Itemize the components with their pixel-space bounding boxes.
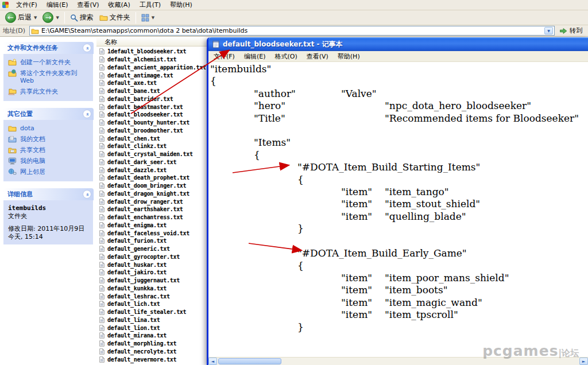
notepad-menu-item[interactable]: 文件(F) [209, 51, 239, 62]
task-new-folder[interactable]: 创建一个新文件夹 [7, 57, 91, 68]
txt-file-icon [99, 246, 105, 252]
file-name: default_alchemist.txt [107, 56, 176, 63]
notepad-menubar: 文件(F)编辑(E)格式(O)查看(V)帮助(H) [208, 51, 588, 62]
address-input[interactable]: E:\GAME\Steam\steamapps\common\dota 2 be… [29, 26, 555, 36]
place-my-documents[interactable]: 我的文档 [7, 134, 91, 145]
views-dropdown-icon: ▼ [152, 15, 154, 20]
go-arrow-icon [559, 27, 567, 35]
go-label: 转到 [570, 26, 582, 35]
address-path: E:\GAME\Steam\steamapps\common\dota 2 be… [41, 27, 247, 34]
other-places-header[interactable]: 其它位置 » [3, 108, 94, 120]
txt-file-icon [99, 159, 105, 165]
search-label: 搜索 [80, 13, 94, 22]
txt-file-icon [99, 88, 105, 94]
txt-file-icon [99, 301, 105, 307]
scrollbar-thumb[interactable] [218, 358, 281, 364]
txt-file-icon [99, 119, 105, 126]
collapse-chevron-icon[interactable]: » [83, 110, 91, 118]
txt-file-icon [99, 182, 105, 189]
file-name: default_batrider.txt [107, 96, 173, 102]
file-name: default_dark_seer.txt [107, 159, 176, 165]
txt-file-icon [99, 309, 105, 315]
txt-file-icon [99, 269, 105, 275]
txt-file-icon [99, 111, 105, 118]
back-button[interactable]: ← 后退 ▼ [2, 10, 40, 25]
file-tasks-header[interactable]: 文件和文件夹任务 » [3, 42, 94, 54]
txt-file-icon [99, 127, 105, 134]
file-name: default_necrolyte.txt [107, 348, 176, 355]
file-name: default_drow_ranger.txt [107, 199, 183, 205]
scroll-right-icon[interactable]: ► [579, 358, 588, 365]
back-icon: ← [5, 12, 16, 23]
notepad-menu-item[interactable]: 查看(V) [302, 51, 333, 62]
notepad-text-area[interactable]: "itembuilds" { "author" "Valve" "hero" "… [208, 62, 588, 357]
txt-file-icon [99, 254, 105, 260]
explorer-menu-item[interactable]: 收藏(A) [104, 0, 135, 10]
file-name: default_axe.txt [107, 80, 157, 86]
horizontal-scrollbar[interactable]: ◄ ► [208, 357, 588, 365]
search-button[interactable]: 搜索 [67, 11, 96, 24]
address-dropdown-button[interactable]: ▼ [544, 27, 553, 34]
explorer-addressbar: 地址(D) E:\GAME\Steam\steamapps\common\dot… [0, 25, 588, 37]
txt-file-icon [99, 64, 105, 71]
my-documents-icon [8, 135, 17, 143]
file-name: default_lich.txt [107, 301, 160, 307]
file-name: default_ancient_apparition.txt [107, 64, 206, 71]
task-label: 共享此文件夹 [20, 88, 58, 95]
file-name: default_huskar.txt [107, 262, 167, 268]
file-name: default_beastmaster.txt [107, 104, 183, 110]
txt-file-icon [99, 174, 105, 181]
details-title: 详细信息 [7, 190, 33, 199]
task-publish-web[interactable]: 将这个文件夹发布到 Web [7, 68, 91, 86]
place-dota[interactable]: dota [7, 123, 91, 134]
file-name: default_mirana.txt [107, 332, 167, 339]
explorer-menu-item[interactable]: 编辑(E) [42, 0, 73, 10]
details-item-type: 文件夹 [8, 212, 91, 220]
explorer-menu-item[interactable]: 工具(T) [135, 0, 165, 10]
views-button[interactable]: ▼ [138, 12, 157, 24]
txt-file-icon [99, 199, 105, 205]
file-name: default_bane.txt [107, 88, 160, 94]
notepad-menu-item[interactable]: 帮助(H) [333, 51, 365, 62]
explorer-menu-item[interactable]: 文件(F) [11, 0, 42, 10]
collapse-chevron-icon[interactable]: » [83, 44, 91, 52]
notepad-menu-item[interactable]: 格式(O) [270, 51, 301, 62]
shared-documents-icon [8, 146, 17, 154]
txt-file-icon [99, 48, 105, 55]
file-name: default_life_stealer.txt [107, 309, 186, 315]
notepad-titlebar[interactable]: default_bloodseeker.txt - 记事本 [208, 37, 588, 51]
file-name: default_earthshaker.txt [107, 206, 183, 212]
explorer-menu-item[interactable]: 查看(V) [72, 0, 103, 10]
txt-file-icon [99, 262, 105, 268]
place-label: 共享文档 [20, 146, 45, 154]
txt-file-icon [99, 277, 105, 284]
go-button[interactable]: 转到 [558, 26, 586, 35]
collapse-chevron-icon[interactable]: » [83, 190, 91, 199]
place-shared-documents[interactable]: 共享文档 [7, 145, 91, 156]
txt-file-icon [99, 348, 105, 355]
back-dropdown-icon: ▼ [34, 15, 37, 20]
file-name: default_nevermore.txt [107, 356, 176, 363]
file-name: default_enigma.txt [107, 222, 167, 228]
notepad-menu-item[interactable]: 编辑(E) [239, 51, 270, 62]
other-places-panel: 其它位置 » dota 我的文档 [3, 108, 94, 182]
task-label: 创建一个新文件夹 [20, 59, 71, 66]
address-label: 地址(D) [2, 26, 26, 35]
txt-file-icon [99, 72, 105, 79]
forward-button[interactable]: → ▼ [40, 10, 61, 25]
file-name: default_dazzle.txt [107, 167, 167, 173]
task-share-folder[interactable]: 共享此文件夹 [7, 86, 91, 97]
place-label: 我的电脑 [20, 157, 45, 165]
details-header[interactable]: 详细信息 » [3, 188, 94, 200]
txt-file-icon [99, 96, 105, 102]
place-my-computer[interactable]: 我的电脑 [7, 156, 91, 166]
txt-file-icon [99, 135, 105, 142]
folders-button[interactable]: 文件夹 [96, 11, 133, 24]
task-pane: 文件和文件夹任务 » 创建一个新文件夹 将这个文件夹发布到 Web [0, 37, 96, 365]
scroll-left-icon[interactable]: ◄ [208, 358, 217, 365]
explorer-menu-item[interactable]: 帮助(H) [165, 0, 197, 10]
details-modified-time: 今天, 15:14 [8, 233, 91, 240]
file-name: default_juggernaut.txt [107, 277, 180, 284]
place-network[interactable]: 网上邻居 [7, 166, 91, 177]
place-label: 网上邻居 [20, 168, 45, 176]
